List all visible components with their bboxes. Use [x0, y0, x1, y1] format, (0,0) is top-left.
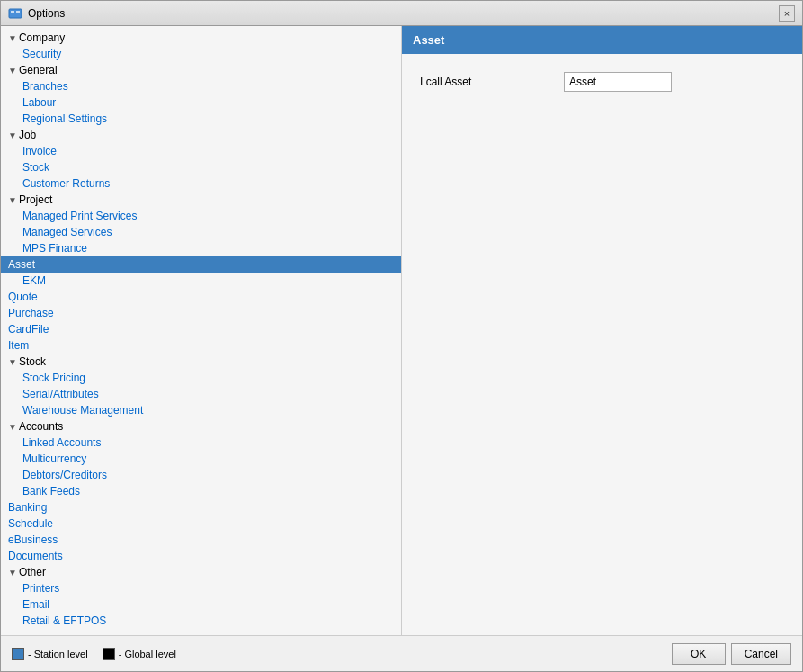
- sidebar-item-retail-eftpos[interactable]: Retail & EFTPOS: [1, 613, 401, 629]
- arrow-icon: ▼: [8, 66, 17, 76]
- sidebar-item-regional-settings[interactable]: Regional Settings: [1, 111, 401, 127]
- sidebar-item-label: Email: [22, 598, 49, 611]
- sidebar-item-banking[interactable]: Banking: [1, 499, 401, 515]
- content-header: Asset: [402, 26, 802, 54]
- sidebar-item-general: ▼General: [1, 62, 401, 78]
- arrow-icon: ▼: [8, 422, 17, 432]
- sidebar-item-label: Managed Services: [22, 226, 112, 238]
- sidebar-item-company: ▼Company: [1, 30, 401, 46]
- sidebar-item-managed-print-services[interactable]: Managed Print Services: [1, 208, 401, 224]
- sidebar-item-customer-returns[interactable]: Customer Returns: [1, 175, 401, 192]
- sidebar-item-label: Item: [8, 339, 29, 352]
- form-row: I call Asset: [420, 72, 784, 92]
- window-title: Options: [28, 7, 65, 20]
- sidebar-item-accounts: ▼Accounts: [1, 418, 401, 435]
- sidebar-item-label: CardFile: [8, 323, 49, 336]
- sidebar-item-stock-pricing[interactable]: Stock Pricing: [1, 370, 401, 386]
- sidebar-item-cardfile[interactable]: CardFile: [1, 321, 401, 337]
- sidebar-item-label: eBusiness: [8, 533, 58, 546]
- cancel-button[interactable]: Cancel: [731, 643, 791, 665]
- sidebar-item-item[interactable]: Item: [1, 337, 401, 354]
- sidebar-item-invoice[interactable]: Invoice: [1, 143, 401, 159]
- sidebar-item-label: Multicurrency: [22, 452, 86, 465]
- sidebar-item-label: Printers: [22, 582, 59, 595]
- legend: - Station level - Global level: [12, 648, 176, 660]
- arrow-icon: ▼: [8, 195, 17, 205]
- sidebar-item-label: Bank Feeds: [22, 485, 80, 497]
- close-button[interactable]: ×: [779, 5, 795, 22]
- sidebar-item-project: ▼Project: [1, 192, 401, 208]
- sidebar-item-quote[interactable]: Quote: [1, 289, 401, 305]
- sidebar-item-ekm[interactable]: EKM: [1, 273, 401, 289]
- sidebar-item-stock-job[interactable]: Stock: [1, 159, 401, 175]
- sidebar-item-schedule[interactable]: Schedule: [1, 515, 401, 532]
- sidebar-item-multicurrency[interactable]: Multicurrency: [1, 451, 401, 467]
- sidebar-item-label: Quote: [8, 291, 38, 303]
- sidebar-item-label: Linked Accounts: [22, 436, 101, 449]
- sidebar-item-label: Purchase: [8, 307, 54, 319]
- content-area: Asset I call Asset: [402, 26, 802, 635]
- sidebar-item-asset[interactable]: Asset: [1, 256, 401, 273]
- sidebar-item-bank-feeds[interactable]: Bank Feeds: [1, 483, 401, 499]
- sidebar-item-printers[interactable]: Printers: [1, 580, 401, 596]
- sidebar-item-label: MPS Finance: [22, 242, 87, 255]
- global-level-legend: - Global level: [103, 648, 176, 660]
- sidebar-item-security[interactable]: Security: [1, 46, 401, 62]
- content-body: I call Asset: [402, 54, 802, 635]
- sidebar-item-ebusiness[interactable]: eBusiness: [1, 532, 401, 548]
- arrow-icon: ▼: [8, 33, 17, 43]
- form-label: I call Asset: [420, 76, 564, 88]
- sidebar-item-label: Branches: [22, 80, 68, 93]
- sidebar-item-purchase[interactable]: Purchase: [1, 305, 401, 321]
- station-level-box: [12, 648, 24, 660]
- sidebar-item-email[interactable]: Email: [1, 596, 401, 613]
- options-window: Options × ▼CompanySecurity▼GeneralBranch…: [0, 0, 803, 672]
- sidebar-item-label: Serial/Attributes: [22, 388, 99, 400]
- sidebar-item-label: Company: [19, 31, 65, 44]
- arrow-icon: ▼: [8, 130, 17, 140]
- svg-rect-2: [16, 11, 20, 13]
- sidebar-item-label: Schedule: [8, 517, 53, 530]
- main-content: ▼CompanySecurity▼GeneralBranchesLabourRe…: [1, 26, 802, 635]
- sidebar-item-linked-accounts[interactable]: Linked Accounts: [1, 435, 401, 451]
- arrow-icon: ▼: [8, 357, 17, 367]
- sidebar-item-mps-finance[interactable]: MPS Finance: [1, 240, 401, 256]
- sidebar-item-label: Stock: [22, 161, 49, 174]
- sidebar-item-warehouse-management[interactable]: Warehouse Management: [1, 402, 401, 418]
- sidebar-item-label: EKM: [22, 274, 46, 287]
- sidebar-item-label: Accounts: [19, 420, 63, 433]
- sidebar-item-debtors-creditors[interactable]: Debtors/Creditors: [1, 467, 401, 483]
- sidebar-item-documents[interactable]: Documents: [1, 548, 401, 564]
- footer: - Station level - Global level OK Cancel: [1, 635, 802, 671]
- sidebar-item-label: Documents: [8, 550, 63, 562]
- sidebar-item-label: Security: [22, 48, 61, 60]
- sidebar-item-label: Other: [19, 566, 46, 578]
- sidebar-item-label: Labour: [22, 96, 56, 109]
- station-level-label: - Station level: [28, 649, 88, 659]
- svg-rect-1: [11, 11, 14, 13]
- global-level-box: [103, 648, 115, 660]
- sidebar-item-managed-services[interactable]: Managed Services: [1, 224, 401, 240]
- sidebar-item-stock: ▼Stock: [1, 354, 401, 370]
- sidebar-item-label: General: [19, 64, 58, 76]
- arrow-icon: ▼: [8, 568, 17, 578]
- sidebar-item-serial-attributes[interactable]: Serial/Attributes: [1, 386, 401, 402]
- sidebar-item-label: Asset: [8, 258, 35, 271]
- sidebar-item-label: Regional Settings: [22, 112, 107, 125]
- sidebar-item-labour[interactable]: Labour: [1, 94, 401, 111]
- asset-input[interactable]: [564, 72, 672, 92]
- ok-button[interactable]: OK: [672, 643, 726, 665]
- sidebar-item-label: Stock: [19, 355, 46, 368]
- global-level-label: - Global level: [119, 649, 176, 659]
- sidebar-item-label: Banking: [8, 501, 47, 514]
- footer-buttons: OK Cancel: [672, 643, 791, 665]
- sidebar-item-other: ▼Other: [1, 564, 401, 580]
- sidebar-item-label: Retail & EFTPOS: [22, 614, 106, 627]
- sidebar-item-label: Job: [19, 129, 36, 141]
- sidebar-item-branches[interactable]: Branches: [1, 78, 401, 94]
- station-level-legend: - Station level: [12, 648, 88, 660]
- sidebar-item-label: Stock Pricing: [22, 372, 85, 384]
- sidebar-item-job: ▼Job: [1, 127, 401, 143]
- sidebar-item-label: Debtors/Creditors: [22, 469, 107, 481]
- titlebar: Options ×: [1, 1, 802, 26]
